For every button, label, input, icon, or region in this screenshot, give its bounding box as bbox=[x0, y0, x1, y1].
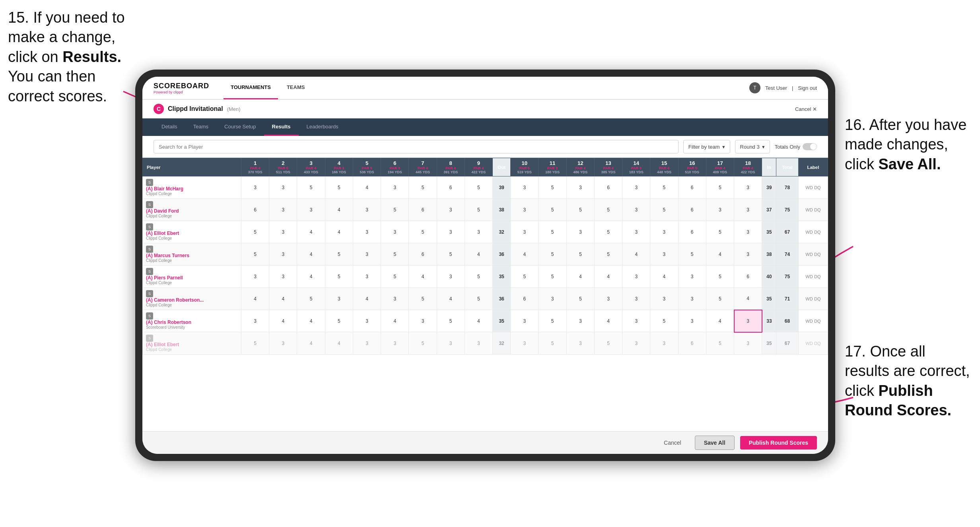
publish-button[interactable]: Publish Round Scores bbox=[740, 436, 817, 450]
score-hole-11[interactable]: 5 bbox=[539, 176, 566, 199]
score-hole-17[interactable]: 5 bbox=[706, 176, 734, 199]
sub-tab-results[interactable]: Results bbox=[264, 118, 299, 136]
score-hole-8[interactable]: 5 bbox=[437, 310, 465, 332]
score-hole-14[interactable]: 3 bbox=[622, 221, 650, 243]
score-hole-5[interactable]: 3 bbox=[353, 199, 381, 221]
score-hole-17[interactable]: 5 bbox=[706, 265, 734, 288]
score-label[interactable]: WD DQ bbox=[798, 199, 828, 221]
label-wd[interactable]: WD bbox=[805, 230, 813, 234]
score-hole-2[interactable]: 3 bbox=[269, 199, 297, 221]
sub-tab-leaderboards[interactable]: Leaderboards bbox=[299, 118, 346, 136]
score-hole-9[interactable]: 5 bbox=[465, 176, 492, 199]
score-hole-6[interactable]: 5 bbox=[381, 243, 409, 265]
score-hole-2[interactable]: 3 bbox=[269, 221, 297, 243]
label-wd[interactable]: WD bbox=[805, 319, 813, 324]
score-hole-1[interactable]: 3 bbox=[241, 265, 269, 288]
score-hole-2[interactable]: 3 bbox=[269, 176, 297, 199]
score-hole-9[interactable]: 5 bbox=[465, 199, 492, 221]
label-dq[interactable]: DQ bbox=[814, 207, 821, 212]
score-hole-10[interactable]: 3 bbox=[511, 332, 539, 355]
label-wd[interactable]: WD bbox=[805, 296, 813, 301]
score-hole-7[interactable]: 4 bbox=[409, 265, 437, 288]
score-hole-14[interactable]: 3 bbox=[622, 288, 650, 310]
search-input[interactable] bbox=[154, 140, 679, 153]
score-hole-11[interactable]: 5 bbox=[539, 332, 566, 355]
score-hole-3[interactable]: 4 bbox=[297, 332, 325, 355]
filter-team-dropdown[interactable]: Filter by team ▾ bbox=[683, 140, 730, 153]
label-wd[interactable]: WD bbox=[805, 274, 813, 279]
score-hole-5[interactable]: 4 bbox=[353, 176, 381, 199]
score-hole-12[interactable]: 3 bbox=[566, 176, 594, 199]
score-hole-4[interactable]: 4 bbox=[325, 221, 353, 243]
score-hole-12[interactable]: 4 bbox=[566, 265, 594, 288]
score-hole-13[interactable]: 4 bbox=[594, 310, 622, 332]
score-hole-10[interactable]: 3 bbox=[511, 310, 539, 332]
score-label[interactable]: WD DQ bbox=[798, 310, 828, 332]
score-hole-1[interactable]: 6 bbox=[241, 199, 269, 221]
score-hole-16[interactable]: 6 bbox=[678, 221, 706, 243]
score-hole-6[interactable]: 3 bbox=[381, 221, 409, 243]
score-label[interactable]: WD DQ bbox=[798, 176, 828, 199]
score-hole-4[interactable]: 5 bbox=[325, 310, 353, 332]
score-hole-10[interactable]: 3 bbox=[511, 199, 539, 221]
score-hole-18[interactable]: 4 bbox=[734, 288, 762, 310]
score-hole-2[interactable]: 3 bbox=[269, 332, 297, 355]
score-hole-7[interactable]: 5 bbox=[409, 288, 437, 310]
score-hole-6[interactable]: 4 bbox=[381, 310, 409, 332]
score-hole-13[interactable]: 6 bbox=[594, 176, 622, 199]
label-dq[interactable]: DQ bbox=[814, 341, 821, 346]
score-hole-7[interactable]: 5 bbox=[409, 221, 437, 243]
label-dq[interactable]: DQ bbox=[814, 319, 821, 324]
score-hole-8[interactable]: 4 bbox=[437, 288, 465, 310]
cancel-button[interactable]: Cancel bbox=[656, 436, 689, 450]
score-hole-7[interactable]: 6 bbox=[409, 199, 437, 221]
score-label[interactable]: WD DQ bbox=[798, 288, 828, 310]
score-hole-13[interactable]: 5 bbox=[594, 332, 622, 355]
score-hole-11[interactable]: 3 bbox=[539, 288, 566, 310]
score-hole-9[interactable]: 3 bbox=[465, 221, 492, 243]
score-hole-10[interactable]: 6 bbox=[511, 288, 539, 310]
score-hole-6[interactable]: 3 bbox=[381, 176, 409, 199]
score-hole-3[interactable]: 4 bbox=[297, 265, 325, 288]
score-hole-8[interactable]: 5 bbox=[437, 243, 465, 265]
label-wd[interactable]: WD bbox=[805, 341, 813, 346]
score-hole-14[interactable]: 3 bbox=[622, 176, 650, 199]
score-hole-15[interactable]: 5 bbox=[650, 176, 678, 199]
score-hole-4[interactable]: 4 bbox=[325, 199, 353, 221]
score-hole-18[interactable]: 3 bbox=[734, 221, 762, 243]
score-hole-6[interactable]: 5 bbox=[381, 199, 409, 221]
score-hole-11[interactable]: 5 bbox=[539, 265, 566, 288]
score-hole-10[interactable]: 3 bbox=[511, 176, 539, 199]
toggle-switch[interactable] bbox=[803, 143, 817, 150]
score-hole-16[interactable]: 3 bbox=[678, 310, 706, 332]
score-label[interactable]: WD DQ bbox=[798, 243, 828, 265]
score-hole-8[interactable]: 3 bbox=[437, 199, 465, 221]
score-hole-10[interactable]: 5 bbox=[511, 265, 539, 288]
score-hole-17[interactable]: 5 bbox=[706, 221, 734, 243]
score-hole-12[interactable]: 5 bbox=[566, 288, 594, 310]
score-hole-1[interactable]: 5 bbox=[241, 243, 269, 265]
score-hole-14[interactable]: 3 bbox=[622, 265, 650, 288]
score-hole-16[interactable]: 5 bbox=[678, 243, 706, 265]
sub-tab-teams[interactable]: Teams bbox=[185, 118, 216, 136]
label-wd[interactable]: WD bbox=[805, 185, 813, 190]
score-hole-8[interactable]: 3 bbox=[437, 265, 465, 288]
score-hole-16[interactable]: 6 bbox=[678, 332, 706, 355]
score-hole-16[interactable]: 6 bbox=[678, 199, 706, 221]
score-hole-4[interactable]: 5 bbox=[325, 265, 353, 288]
score-hole-6[interactable]: 5 bbox=[381, 265, 409, 288]
score-hole-6[interactable]: 3 bbox=[381, 288, 409, 310]
score-hole-13[interactable]: 3 bbox=[594, 288, 622, 310]
score-hole-13[interactable]: 4 bbox=[594, 265, 622, 288]
score-hole-1[interactable]: 4 bbox=[241, 288, 269, 310]
score-hole-15[interactable]: 5 bbox=[650, 199, 678, 221]
score-hole-3[interactable]: 4 bbox=[297, 310, 325, 332]
score-hole-4[interactable]: 5 bbox=[325, 176, 353, 199]
score-hole-10[interactable]: 4 bbox=[511, 243, 539, 265]
score-hole-16[interactable]: 6 bbox=[678, 176, 706, 199]
score-hole-17[interactable]: 3 bbox=[706, 199, 734, 221]
score-hole-12[interactable]: 5 bbox=[566, 243, 594, 265]
score-hole-17[interactable]: 4 bbox=[706, 310, 734, 332]
score-hole-17[interactable]: 5 bbox=[706, 332, 734, 355]
score-hole-8[interactable]: 6 bbox=[437, 176, 465, 199]
